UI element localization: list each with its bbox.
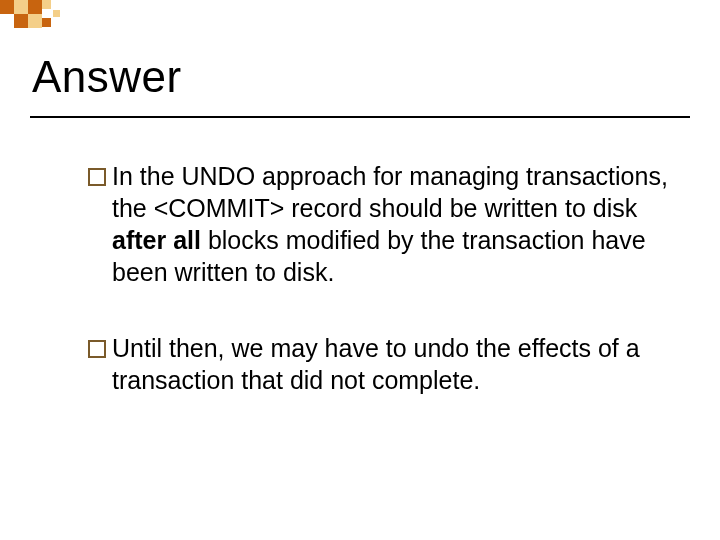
corner-decoration [0, 0, 80, 40]
bullet-item: In the UNDO approach for managing transa… [88, 160, 670, 288]
title-underline [30, 116, 690, 118]
bullet-text-before: the UNDO approach for managing transacti… [112, 162, 668, 222]
bullet-text-before: then, we may have to undo the effects of… [112, 334, 640, 394]
slide-body: In the UNDO approach for managing transa… [88, 160, 670, 440]
bullet-item: Until then, we may have to undo the effe… [88, 332, 670, 396]
slide-title: Answer [32, 52, 182, 102]
bullet-lead: Until [112, 334, 162, 362]
bullet-box-icon [88, 168, 106, 186]
bullet-lead: In [112, 162, 133, 190]
bullet-box-icon [88, 340, 106, 358]
slide: Answer In the UNDO approach for managing… [0, 0, 720, 540]
bullet-text-bold: after all [112, 226, 201, 254]
